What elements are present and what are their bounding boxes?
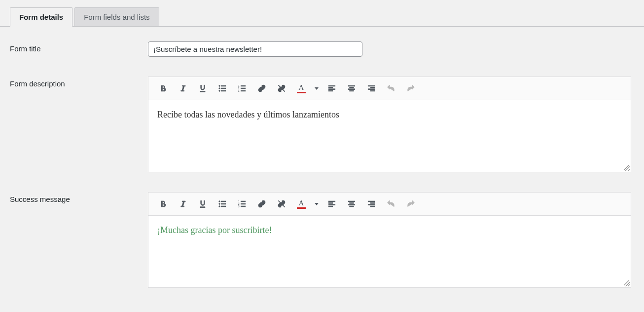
svg-rect-11	[241, 90, 246, 91]
svg-rect-49	[370, 206, 374, 207]
svg-rect-21	[368, 85, 374, 86]
editor-success: 123 A ¡Muchas gracias por suscribirte!	[148, 192, 631, 288]
svg-point-2	[219, 90, 220, 92]
svg-rect-18	[350, 87, 354, 88]
svg-rect-23	[368, 89, 374, 90]
svg-rect-34	[241, 201, 246, 202]
undo-button[interactable]	[381, 80, 401, 97]
resize-handle[interactable]	[624, 280, 630, 286]
svg-rect-38	[328, 201, 335, 202]
svg-rect-13	[328, 85, 335, 86]
svg-rect-28	[221, 201, 226, 202]
text-color-button[interactable]: A	[291, 195, 311, 212]
redo-button[interactable]	[401, 195, 421, 212]
unlink-button[interactable]	[272, 195, 291, 212]
row-form-description: Form description 123 A	[10, 77, 634, 172]
svg-rect-16	[328, 90, 332, 91]
svg-rect-29	[221, 203, 226, 204]
tab-form-fields-lists[interactable]: Form fields and lists	[74, 7, 159, 26]
svg-point-1	[219, 88, 220, 89]
svg-rect-44	[348, 204, 355, 205]
toolbar-description: 123 A	[148, 77, 631, 100]
svg-rect-3	[221, 85, 226, 86]
text-color-dropdown[interactable]	[311, 195, 322, 212]
svg-point-26	[219, 203, 220, 205]
undo-button[interactable]	[381, 195, 401, 212]
underline-button[interactable]	[193, 80, 213, 97]
bullet-list-button[interactable]	[213, 195, 232, 212]
svg-rect-15	[328, 89, 335, 90]
bold-button[interactable]	[153, 195, 173, 212]
svg-rect-10	[241, 88, 246, 89]
bold-button[interactable]	[153, 80, 173, 97]
redo-button[interactable]	[401, 80, 421, 97]
toolbar-success: 123 A	[148, 193, 631, 216]
svg-rect-47	[370, 203, 374, 204]
label-success-message: Success message	[10, 192, 148, 203]
link-button[interactable]	[252, 80, 272, 97]
svg-point-25	[219, 201, 220, 202]
italic-button[interactable]	[173, 80, 193, 97]
svg-rect-35	[241, 203, 246, 204]
svg-rect-39	[328, 203, 332, 204]
align-right-button[interactable]	[361, 195, 381, 212]
italic-button[interactable]	[173, 195, 193, 212]
svg-point-0	[219, 85, 220, 87]
svg-rect-46	[368, 201, 374, 202]
svg-rect-48	[368, 204, 374, 205]
chevron-down-icon	[315, 87, 319, 90]
numbered-list-button[interactable]: 123	[232, 80, 252, 97]
svg-text:3: 3	[238, 89, 240, 92]
numbered-list-button[interactable]: 123	[232, 195, 252, 212]
text-color-button[interactable]: A	[291, 80, 311, 97]
svg-rect-9	[241, 85, 246, 86]
svg-point-27	[219, 206, 220, 207]
underline-button[interactable]	[193, 195, 213, 212]
align-left-button[interactable]	[322, 195, 342, 212]
svg-rect-41	[328, 206, 332, 207]
svg-rect-17	[348, 85, 355, 86]
align-left-button[interactable]	[322, 80, 342, 97]
description-editor-content[interactable]: Recibe todas las novedades y últimos lan…	[148, 100, 631, 172]
svg-rect-40	[328, 204, 335, 205]
editor-description: 123 A Recibe todas las novedades y últim…	[148, 77, 631, 172]
svg-rect-4	[221, 88, 226, 89]
resize-handle[interactable]	[624, 165, 630, 171]
svg-rect-14	[328, 87, 332, 88]
row-success-message: Success message 123 A	[10, 192, 634, 288]
svg-rect-45	[350, 206, 354, 207]
svg-rect-42	[348, 201, 355, 202]
link-button[interactable]	[252, 195, 272, 212]
svg-rect-24	[370, 90, 374, 91]
svg-rect-22	[370, 87, 374, 88]
label-form-description: Form description	[10, 77, 148, 88]
svg-text:3: 3	[238, 205, 240, 208]
svg-rect-43	[350, 203, 354, 204]
svg-rect-5	[221, 90, 226, 91]
success-editor-content[interactable]: ¡Muchas gracias por suscribirte!	[148, 216, 631, 287]
label-form-title: Form title	[10, 41, 148, 53]
row-form-title: Form title	[10, 41, 634, 57]
bullet-list-button[interactable]	[213, 80, 232, 97]
text-color-dropdown[interactable]	[311, 80, 322, 97]
form-title-input[interactable]	[148, 41, 362, 57]
form-body: Form title Form description 123 A	[0, 27, 644, 312]
align-center-button[interactable]	[342, 195, 361, 212]
svg-rect-36	[241, 206, 246, 207]
tab-form-details[interactable]: Form details	[10, 7, 72, 27]
svg-rect-19	[348, 89, 355, 90]
align-right-button[interactable]	[361, 80, 381, 97]
unlink-button[interactable]	[272, 80, 291, 97]
chevron-down-icon	[315, 203, 319, 205]
svg-rect-30	[221, 206, 226, 207]
svg-rect-20	[350, 90, 354, 91]
align-center-button[interactable]	[342, 80, 361, 97]
tab-bar: Form details Form fields and lists	[0, 0, 644, 27]
